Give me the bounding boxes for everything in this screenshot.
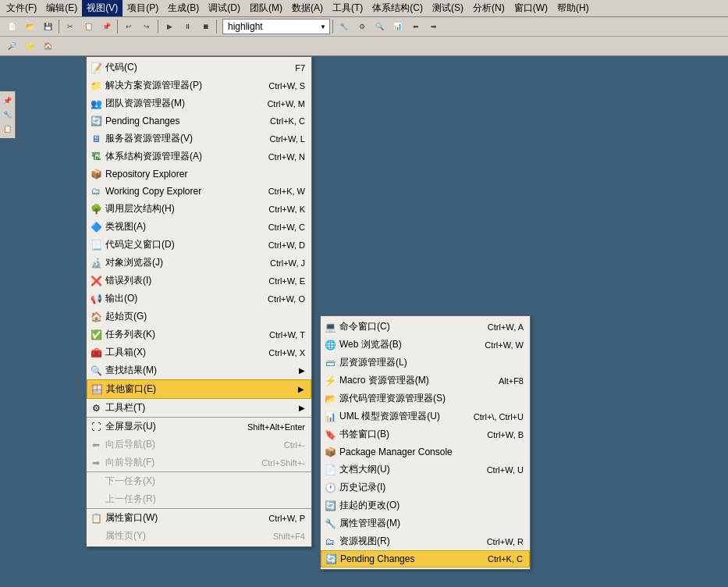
menu-item-error[interactable]: ❌ 错误列表(I) Ctrl+W, E [87,272,311,290]
toolbar-btn-debug-start[interactable]: ▶ [161,18,178,35]
menu-item-objbrowse[interactable]: 🔬 对象浏览器(J) Ctrl+W, J [87,254,311,272]
sub-menu-uml-shortcut: Ctrl+\, Ctrl+U [458,412,524,422]
menu-item-codedef-label: 代码定义窗口(D) [105,238,175,251]
pendingchanges-icon: 🔄 [325,553,337,565]
menu-item-team[interactable]: 👥 团队资源管理器(M) Ctrl+W, M [87,94,311,112]
toolbar-btn-r2-3[interactable]: 🏠 [39,37,56,55]
sub-menu-source[interactable]: 📂 源代码管理资源管理器(S) [321,390,530,407]
left-toolbar: 📌 🔧 📋 [0,91,16,138]
sub-menu-web-shortcut: Ctrl+W, W [469,340,524,350]
menu-item-hierarchy-shortcut: Ctrl+W, K [245,205,305,214]
toolbox-icon: 🧰 [90,347,102,359]
menu-item-navback-label: 向后导航(B) [105,438,155,451]
highlight-combo-arrow[interactable]: ▼ [318,23,328,30]
sub-menu-pendingchanges[interactable]: 🔄 Pending Changes Ctrl+K, C [321,550,530,567]
menu-view[interactable]: 视图(V) [82,0,123,16]
menu-item-toolbox-label: 工具箱(X) [105,346,146,359]
menu-analyze[interactable]: 分析(N) [468,0,510,16]
toolbar-btn-extra5[interactable]: ⬅ [407,18,424,35]
menu-test[interactable]: 测试(S) [428,0,468,16]
sub-menu-web[interactable]: 🌐 Web 浏览器(B) Ctrl+W, W [321,336,530,354]
menu-item-solution[interactable]: 📁 解决方案资源管理器(P) Ctrl+W, S [87,76,311,94]
menu-item-toolbox-shortcut: Ctrl+W, X [245,348,305,358]
toolbar-btn-r2-1[interactable]: 🔎 [3,37,20,55]
menu-item-working[interactable]: 🗂 Working Copy Explorer Ctrl+K, W [87,183,311,200]
menu-item-find-label: 查找结果(M) [105,364,157,377]
sub-menu-pending2[interactable]: 🔄 挂起的更改(O) [321,496,530,514]
toolbar-btn-r2-2[interactable]: ⭐ [21,37,38,55]
toolbar-btn-extra6[interactable]: ➡ [425,18,442,35]
menu-item-otherwin[interactable]: 🪟 其他窗口(E) ▶ [87,379,311,399]
menu-item-fullscreen[interactable]: ⛶ 全屏显示(U) Shift+Alt+Enter [87,417,311,436]
menu-team[interactable]: 团队(M) [245,0,287,16]
sub-menu-layer[interactable]: 🗃 层资源管理器(L) [321,354,530,372]
menu-item-server[interactable]: 🖥 服务器资源管理器(V) Ctrl+W, L [87,130,311,148]
server-icon: 🖥 [90,133,102,145]
menu-item-class[interactable]: 🔷 类视图(A) Ctrl+W, C [87,218,311,236]
sub-menu-layer-label: 层资源管理器(L) [339,356,407,369]
toolbar-btn-debug-stop[interactable]: ⏹ [197,18,214,35]
sub-menu-propsmgr[interactable]: 🔧 属性管理器(M) [321,514,530,532]
sub-menu-package[interactable]: 📦 Package Manager Console [321,443,530,461]
menu-item-team-shortcut: Ctrl+W, M [243,99,305,109]
menu-edit[interactable]: 编辑(E) [41,0,82,16]
highlight-combo[interactable]: highlight ▼ [222,19,330,34]
menu-item-pending-shortcut: Ctrl+K, C [247,116,305,126]
menu-project[interactable]: 项目(P) [123,0,163,16]
toolbar-btn-undo[interactable]: ↩ [120,18,137,35]
solution-icon: 📁 [90,80,102,92]
left-toolbar-btn2[interactable]: 🔧 [2,109,14,121]
menu-item-server-shortcut: Ctrl+W, L [246,134,305,144]
error-icon: ❌ [90,275,102,287]
sub-menu-cmd[interactable]: 💻 命令窗口(C) Ctrl+W, A [321,318,530,336]
toolbar-btn-debug-pause[interactable]: ⏸ [179,18,196,35]
menu-file[interactable]: 文件(F) [2,0,41,16]
menubar: 文件(F) 编辑(E) 视图(V) 项目(P) 生成(B) 调试(D) 团队(M… [0,0,728,17]
menu-data[interactable]: 数据(A) [287,0,328,16]
sub-menu-docoutline[interactable]: 📄 文档大纲(U) Ctrl+W, U [321,461,530,478]
toolbar-btn-extra1[interactable]: 🔧 [336,18,353,35]
sub-menu-resource[interactable]: 🗂 资源视图(R) Ctrl+W, R [321,532,530,550]
menu-item-toolbar[interactable]: ⚙ 工具栏(T) ▶ [87,399,311,417]
menu-item-arch[interactable]: 🏗 体系结构资源管理器(A) Ctrl+W, N [87,148,311,165]
menu-tools[interactable]: 工具(T) [328,0,368,16]
toolbar-btn-extra3[interactable]: 🔍 [371,18,389,35]
menu-item-code[interactable]: 📝 代码(C) F7 [87,59,311,76]
menu-item-propspage-shortcut: Shift+F4 [250,532,305,541]
menu-help[interactable]: 帮助(H) [552,0,594,16]
left-toolbar-btn1[interactable]: 📌 [2,94,14,107]
menu-item-props[interactable]: 📋 属性窗口(W) Ctrl+W, P [87,508,311,527]
menu-item-home[interactable]: 🏠 起始页(G) [87,308,311,326]
toolbar-btn-redo[interactable]: ↪ [138,18,155,35]
sub-menu-history[interactable]: 🕐 历史记录(I) [321,478,530,496]
navback-icon: ⬅ [90,439,102,451]
menu-item-find[interactable]: 🔍 查找结果(M) ▶ [87,361,311,379]
objbrowse-icon: 🔬 [90,257,102,269]
toolbar-btn-save[interactable]: 💾 [39,18,56,35]
toolbar-btn-cut[interactable]: ✂ [62,18,79,35]
toolbar-btn-extra2[interactable]: ⚙ [353,18,371,35]
toolbar-btn-extra4[interactable]: 📊 [389,18,407,35]
menu-item-navfwd-shortcut: Ctrl+Shift+- [238,458,305,468]
menu-build[interactable]: 生成(B) [163,0,204,16]
left-toolbar-btn3[interactable]: 📋 [2,123,14,135]
menu-item-codedef[interactable]: 📃 代码定义窗口(D) Ctrl+W, D [87,236,311,254]
menu-item-output[interactable]: 📢 输出(O) Ctrl+W, O [87,290,311,308]
menu-item-repo[interactable]: 📦 Repository Explorer [87,165,311,183]
toolbar-btn-paste[interactable]: 📌 [98,18,115,35]
menu-item-prevtask-label: 上一任务(R) [105,493,156,506]
menu-debug[interactable]: 调试(D) [204,0,245,16]
toolbar-btn-copy[interactable]: 📋 [80,18,97,35]
menu-item-pending[interactable]: 🔄 Pending Changes Ctrl+K, C [87,112,311,130]
menu-item-toolbox[interactable]: 🧰 工具箱(X) Ctrl+W, X [87,343,311,361]
menu-item-task[interactable]: ✅ 任务列表(K) Ctrl+W, T [87,326,311,343]
sub-menu-macro[interactable]: ⚡ Macro 资源管理器(M) Alt+F8 [321,372,530,390]
menu-item-nexttask: 下一任务(X) [87,471,311,490]
sub-menu-uml[interactable]: 📊 UML 模型资源管理器(U) Ctrl+\, Ctrl+U [321,407,530,425]
toolbar-btn-new[interactable]: 📄 [3,18,20,35]
menu-arch[interactable]: 体系结构(C) [368,0,428,16]
sub-menu-bookmark[interactable]: 🔖 书签窗口(B) Ctrl+W, B [321,425,530,443]
toolbar-btn-open[interactable]: 📂 [21,18,38,35]
menu-window[interactable]: 窗口(W) [510,0,552,16]
menu-item-hierarchy[interactable]: 🌳 调用层次结构(H) Ctrl+W, K [87,200,311,218]
